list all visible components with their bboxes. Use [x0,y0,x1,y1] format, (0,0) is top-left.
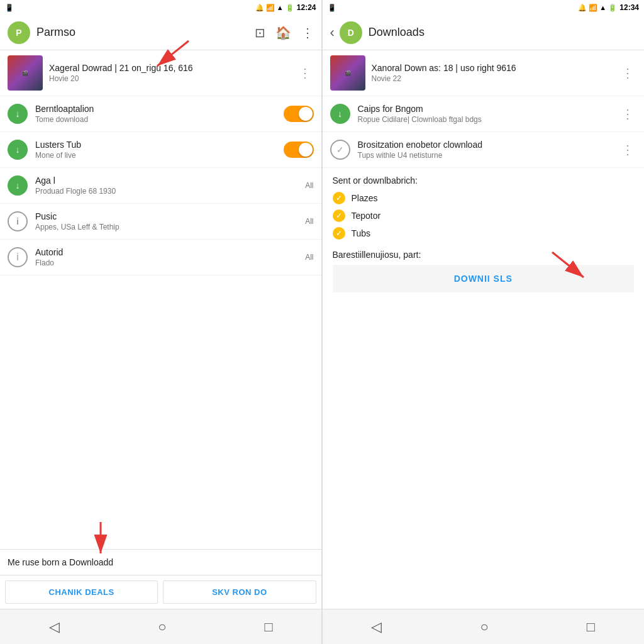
time-left: 12:24 [297,3,316,12]
media-item-left[interactable]: 🎬 Xageral Dowrad | 21 on_rigu 16, 616 Ho… [0,50,321,96]
list-item[interactable]: ↓ Lusters Tub Mone of live [0,132,321,168]
list-item[interactable]: ↓ Aga l Produad Flogle 68 1930 All [0,168,321,204]
bottom-text: Me ruse born a Downloadd [0,549,321,575]
toggle-2[interactable] [284,142,314,158]
avatar-right[interactable]: D [340,21,362,44]
check-label-1: Plazes [352,193,378,203]
search-icon[interactable]: ⊡ [255,25,265,40]
dl-info-1: Berntloaptalion Tome download [35,104,284,124]
check-item-2: ✓ Tepotor [333,207,635,225]
status-bar-left: 📱 🔔 📶 ▲ 🔋 12:24 [0,0,321,15]
brositzation-check-icon: ✓ [330,140,350,160]
info-icon-4: i [8,211,28,231]
media-subtitle-left: Hovie 20 [49,74,296,83]
content-right: 🎬 Xanoral Down as: 18 | uso right 9616 N… [323,50,645,644]
toolbar-title-right: Downloads [369,26,636,39]
check-circle-2: ✓ [333,209,345,222]
dl-info-3: Aga l Produad Flogle 68 1930 [35,175,305,196]
dl-badge-5: All [305,253,313,262]
check-item-1: ✓ Plazes [333,189,635,207]
media-more-icon-right[interactable]: ⋮ [619,63,636,83]
media-thumb-right: 🎬 [330,55,365,91]
media-info-right: Xanoral Down as: 18 | uso right 9616 Nov… [372,63,619,83]
media-subtitle-right: Novie 22 [372,74,619,83]
barestii-section: Barestiillenujiosu, part: [323,242,645,300]
caips-download-icon: ↓ [330,104,350,124]
dl-info-4: Pusic Appes, USa Leff & Tethip [35,211,305,231]
share-icon[interactable]: 🏠 [275,25,291,40]
skv-ron-do-button[interactable]: SKV RON DO [163,580,316,604]
section-label: Sent or downlbabrich: [323,168,645,189]
avatar-left[interactable]: P [8,21,30,44]
check-list: ✓ Plazes ✓ Tepotor ✓ Tubs [323,189,645,242]
dl-info-5: Autorid Flado [35,247,305,267]
download-icon-2: ↓ [8,140,28,160]
media-title-right: Xanoral Down as: 18 | uso right 9616 [372,63,619,73]
dl-info-2: Lusters Tub Mone of live [35,140,284,160]
more-icon-toolbar[interactable]: ⋮ [301,25,314,40]
media-item-right[interactable]: 🎬 Xanoral Down as: 18 | uso right 9616 N… [323,50,645,96]
status-bar-right: 📱 🔔 📶 ▲ 🔋 12:34 [323,0,645,15]
content-left: 🎬 Xageral Dowrad | 21 on_rigu 16, 616 Ho… [0,50,321,549]
check-circle-1: ✓ [333,192,345,204]
status-icons-left: 🔔 📶 ▲ 🔋 [255,4,294,12]
square-nav-left[interactable]: □ [250,614,288,640]
check-circle-3: ✓ [333,227,345,240]
time-right: 12:34 [619,3,639,12]
caips-info: Caips for Bngom Ropue Cidilare| Clownloa… [358,104,619,124]
dl-badge-3: All [305,181,313,190]
nav-bar-left: ◁ ○ □ [0,609,322,644]
media-title-left: Xageral Dowrad | 21 on_rigu 16, 616 [49,63,296,73]
toolbar-right: ‹ D Downloads [323,15,645,50]
list-item[interactable]: i Autorid Flado All [0,240,321,275]
barestii-label: Barestiillenujiosu, part: [333,250,635,260]
phone-icon: 📱 [5,4,14,12]
download-icon-3: ↓ [8,175,28,196]
media-thumb-left: 🎬 [8,55,43,91]
caips-more-icon[interactable]: ⋮ [619,104,636,124]
media-info-left: Xageral Dowrad | 21 on_rigu 16, 616 Hovi… [49,63,296,83]
check-label-3: Tubs [352,228,371,238]
caips-item[interactable]: ↓ Caips for Bngom Ropue Cidilare| Clownl… [323,96,645,132]
dl-badge-4: All [305,217,313,226]
back-nav-right[interactable]: ◁ [356,614,397,640]
downii-button[interactable]: DOWNII SLS [333,265,635,292]
download-icon-1: ↓ [8,104,28,124]
list-item[interactable]: i Pusic Appes, USa Leff & Tethip All [0,204,321,240]
chanik-deals-button[interactable]: CHANIK DEALS [5,580,158,604]
brositzation-info: Brositzation enobetor clownload Tups wit… [358,140,619,160]
brositzation-more-icon[interactable]: ⋮ [619,140,636,160]
back-nav-left[interactable]: ◁ [34,614,75,640]
toggle-1[interactable] [284,106,314,122]
bottom-buttons: CHANIK DEALS SKV RON DO [0,575,321,609]
square-nav-right[interactable]: □ [572,614,610,640]
toolbar-left: P Parmso ⊡ 🏠 ⋮ [0,15,321,50]
home-nav-right[interactable]: ○ [465,614,503,640]
brositzation-item[interactable]: ✓ Brositzation enobetor clownload Tups w… [323,132,645,168]
home-nav-left[interactable]: ○ [143,614,181,640]
info-icon-5: i [8,247,28,267]
check-item-3: ✓ Tubs [333,225,635,242]
status-icons-right: 🔔 📶 ▲ 🔋 [578,4,617,12]
back-icon-right[interactable]: ‹ [330,25,335,41]
check-label-2: Tepotor [352,211,381,221]
phone-icon-right: 📱 [328,4,336,12]
media-more-icon[interactable]: ⋮ [296,63,314,83]
list-item[interactable]: ↓ Berntloaptalion Tome download [0,96,321,132]
nav-bar-right: ◁ ○ □ [323,609,645,644]
toolbar-title-left: Parmso [36,26,255,39]
